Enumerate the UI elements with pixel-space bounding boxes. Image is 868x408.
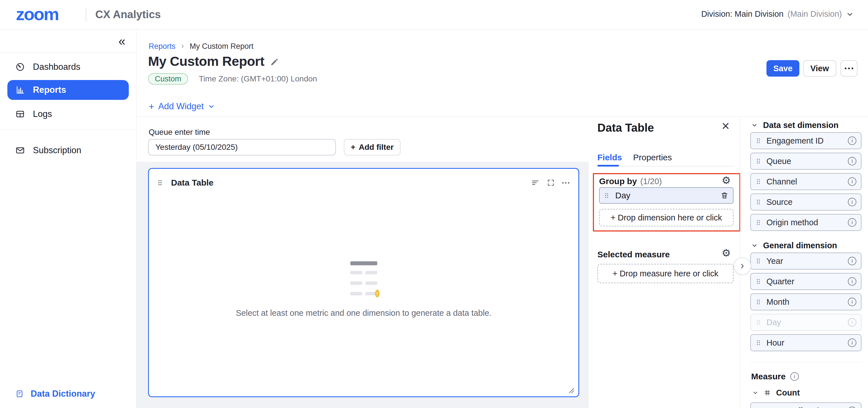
dimension-chip-quarter[interactable]: Quarter i <box>750 273 862 290</box>
ellipsis-icon <box>845 67 846 69</box>
sidebar-item-dashboards[interactable]: Dashboards <box>0 58 136 76</box>
dimension-chip-month[interactable]: Month i <box>750 293 862 310</box>
widget-toolbar <box>531 179 569 187</box>
trash-icon[interactable] <box>720 191 728 199</box>
info-icon: i <box>848 318 856 326</box>
timezone-label: Time Zone: (GMT+01:00) London <box>199 74 317 84</box>
dimension-chip-origin-method[interactable]: Origin method i <box>750 214 862 231</box>
add-widget-label: Add Widget <box>158 101 204 112</box>
sidebar-divider <box>0 52 136 53</box>
more-actions-button[interactable] <box>840 60 858 76</box>
add-filter-button[interactable]: + Add filter <box>344 139 401 155</box>
drag-handle-icon <box>756 138 760 144</box>
info-icon[interactable]: i <box>790 372 799 381</box>
report-canvas: Data Table ! Select at least one metric … <box>136 162 589 408</box>
expand-icon[interactable] <box>547 179 555 187</box>
tab-fields[interactable]: Fields <box>597 153 622 162</box>
drag-handle-icon <box>756 319 760 325</box>
save-button[interactable]: Save <box>767 60 799 76</box>
info-icon[interactable]: i <box>848 177 856 186</box>
chip-label: Day <box>615 191 630 200</box>
info-icon[interactable]: i <box>848 277 856 286</box>
chevron-down-icon <box>751 242 758 249</box>
report-type-badge: Custom <box>148 73 188 85</box>
measure-chip-queue-offered-partial[interactable]: Queue offered i <box>750 402 862 408</box>
group-by-chip-day[interactable]: Day <box>599 187 734 204</box>
drag-handle-icon <box>756 158 760 164</box>
division-sublabel: (Main Division) <box>787 9 842 19</box>
app-header: zoom CX Analytics Division: Main Divisio… <box>0 0 868 30</box>
sidebar: « Dashboards Reports Logs Subscription D… <box>0 30 136 408</box>
date-filter-input[interactable] <box>148 139 336 155</box>
resize-handle-icon[interactable] <box>568 387 575 394</box>
info-icon[interactable]: i <box>848 297 856 306</box>
breadcrumb-reports-link[interactable]: Reports <box>149 42 176 51</box>
info-icon[interactable]: i <box>848 157 856 165</box>
info-icon[interactable]: i <box>848 198 856 206</box>
add-widget-button[interactable]: + Add Widget <box>149 101 215 112</box>
group-by-settings-gear-icon[interactable]: ⚙ <box>722 175 731 186</box>
chevron-down-icon <box>751 122 758 128</box>
dimension-chip-channel[interactable]: Channel i <box>750 173 862 190</box>
drag-handle-icon <box>756 199 760 205</box>
drag-handle-icon <box>756 179 760 184</box>
report-title-row: My Custom Report <box>148 53 279 69</box>
widget-menu-icon[interactable] <box>562 182 569 184</box>
dimension-chip-hour[interactable]: Hour i <box>750 334 862 351</box>
sidebar-item-label: Logs <box>33 109 52 119</box>
logo-divider <box>86 8 86 22</box>
drop-dimension-zone[interactable]: + Drop dimension here or click <box>599 209 734 226</box>
sidebar-item-subscription[interactable]: Subscription <box>0 141 136 159</box>
panel-collapse-button[interactable] <box>734 257 751 275</box>
drop-measure-zone[interactable]: + Drop measure here or click <box>597 264 734 283</box>
division-selector[interactable]: Division: Main Division (Main Division) <box>701 9 854 19</box>
section-dataset-dimension[interactable]: Data set dimension <box>751 120 838 130</box>
view-button[interactable]: View <box>803 60 836 76</box>
drag-handle-icon <box>756 340 760 346</box>
chevron-down-icon <box>752 389 758 396</box>
tab-properties[interactable]: Properties <box>633 153 672 162</box>
breadcrumb-current: My Custom Report <box>190 42 254 51</box>
measure-label: Measure <box>751 372 786 381</box>
sidebar-item-label: Reports <box>33 85 66 95</box>
sidebar-item-reports[interactable]: Reports <box>7 80 129 100</box>
group-by-header: Group by (1/20) <box>599 177 662 188</box>
filter-lines-icon[interactable] <box>531 179 539 187</box>
measure-group-count[interactable]: Count <box>752 387 800 398</box>
group-by-count: (1/20) <box>640 177 662 186</box>
section-label: Data set dimension <box>763 121 838 130</box>
sidebar-item-logs[interactable]: Logs <box>0 105 136 123</box>
info-icon[interactable]: i <box>848 257 856 265</box>
info-icon[interactable]: i <box>848 136 856 145</box>
hash-grid-icon <box>764 389 771 396</box>
info-icon[interactable]: i <box>848 339 856 347</box>
sidebar-divider <box>0 129 136 130</box>
section-general-dimension[interactable]: General dimension <box>751 240 837 251</box>
document-icon <box>15 389 24 398</box>
measure-settings-gear-icon[interactable]: ⚙ <box>722 248 731 258</box>
drag-handle-icon <box>756 299 760 305</box>
add-filter-label: Add filter <box>359 143 394 152</box>
data-table-widget[interactable]: Data Table ! Select at least one metric … <box>148 168 579 397</box>
content-divider <box>136 116 868 117</box>
zoom-logo: zoom <box>16 4 58 24</box>
dimension-chip-queue[interactable]: Queue i <box>750 153 862 170</box>
drag-handle-icon[interactable] <box>158 180 162 186</box>
info-icon[interactable]: i <box>848 218 856 227</box>
cx-analytics-app: zoom CX Analytics Division: Main Divisio… <box>0 0 868 408</box>
data-dictionary-link[interactable]: Data Dictionary <box>15 387 95 400</box>
page-title: My Custom Report <box>148 53 265 69</box>
dimension-chip-source[interactable]: Source i <box>750 193 862 211</box>
drag-handle-icon[interactable] <box>605 193 609 198</box>
dimension-chip-year[interactable]: Year i <box>750 253 862 270</box>
division-label: Division: Main Division <box>701 9 783 19</box>
plus-icon: + <box>149 101 154 112</box>
logs-table-icon <box>15 109 25 119</box>
dimension-chip-engagement-id[interactable]: Engagement ID i <box>750 132 862 149</box>
edit-pencil-icon[interactable] <box>270 58 279 66</box>
sidebar-collapse-icon[interactable]: « <box>119 34 125 48</box>
group-by-label: Group by <box>599 177 637 186</box>
empty-state-message: Select at least one metric and one dimen… <box>236 308 491 318</box>
close-icon[interactable]: × <box>722 119 730 133</box>
drag-handle-icon <box>756 279 760 284</box>
